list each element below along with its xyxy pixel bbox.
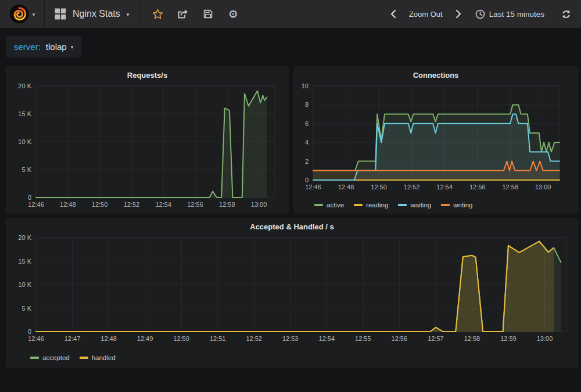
svg-text:12:47: 12:47	[64, 335, 81, 342]
legend-color-dash	[398, 204, 407, 206]
svg-text:2: 2	[305, 158, 309, 165]
svg-text:12:56: 12:56	[392, 335, 408, 342]
share-button[interactable]	[177, 7, 189, 21]
svg-text:6: 6	[305, 120, 309, 127]
svg-text:12:46: 12:46	[28, 201, 44, 208]
time-controls: Zoom Out Last 15 minutes	[388, 0, 581, 28]
panel-connections: Connections 024681012:4612:4812:5012:521…	[293, 66, 578, 214]
svg-text:4: 4	[305, 139, 309, 146]
legend-label: waiting	[410, 202, 431, 208]
svg-text:12:58: 12:58	[464, 335, 480, 342]
legend-label: active	[327, 202, 344, 208]
svg-text:13:00: 13:00	[251, 201, 267, 208]
main-menu-button[interactable]: ▾	[0, 0, 45, 28]
grafana-logo-icon	[9, 4, 29, 24]
gear-icon: ⚙	[228, 9, 238, 20]
svg-text:12:58: 12:58	[219, 201, 235, 208]
svg-text:12:51: 12:51	[210, 335, 226, 342]
connections-chart[interactable]: 024681012:4612:4812:5012:5212:5412:5612:…	[297, 81, 575, 193]
svg-text:10: 10	[302, 82, 309, 89]
svg-text:5 K: 5 K	[21, 305, 31, 312]
accepted-handled-chart[interactable]: 05 K10 K15 K20 K12:4612:4712:4812:4912:5…	[9, 233, 575, 344]
svg-text:12:58: 12:58	[502, 184, 518, 190]
svg-text:12:50: 12:50	[173, 335, 189, 342]
dashboard-actions: ⚙	[139, 0, 239, 28]
svg-text:0: 0	[28, 328, 31, 335]
save-button[interactable]	[202, 7, 214, 21]
svg-text:15 K: 15 K	[18, 110, 31, 117]
panel-title-requests[interactable]: Requests/s	[6, 66, 289, 81]
legend-color-dash	[80, 357, 88, 359]
caret-down-icon: ▾	[71, 45, 74, 50]
panel-requests: Requests/s 05 K10 K15 K20 K12:4612:4812:…	[6, 66, 289, 214]
clock-icon	[475, 9, 485, 19]
grafana-app: ▾ Nginx Stats ▾	[0, 0, 581, 392]
svg-text:12:48: 12:48	[101, 335, 117, 342]
panel-title-accepted-handled[interactable]: Accepted & Handled / s	[6, 218, 578, 233]
settings-button[interactable]: ⚙	[227, 7, 239, 21]
svg-text:0: 0	[305, 177, 309, 184]
navbar: ▾ Nginx Stats ▾	[0, 0, 581, 28]
server-variable-value: tlolap	[46, 42, 67, 52]
svg-text:12:54: 12:54	[155, 201, 171, 208]
svg-text:12:46: 12:46	[28, 335, 44, 342]
svg-text:12:57: 12:57	[428, 335, 444, 342]
svg-text:5 K: 5 K	[21, 166, 31, 173]
connections-legend: activereadingwaitingwriting	[314, 202, 472, 208]
svg-text:12:48: 12:48	[60, 201, 76, 208]
time-shift-forward-button[interactable]	[453, 7, 464, 21]
server-variable-label: server:	[14, 42, 41, 52]
svg-text:20 K: 20 K	[18, 82, 31, 89]
svg-text:15 K: 15 K	[18, 258, 31, 265]
refresh-button[interactable]	[560, 7, 572, 21]
panel-title-connections[interactable]: Connections	[293, 66, 578, 81]
svg-text:10 K: 10 K	[18, 281, 31, 288]
time-shift-back-button[interactable]	[388, 7, 399, 21]
accepted-handled-legend: acceptedhandled	[30, 354, 116, 361]
dashboards-grid-icon	[55, 8, 66, 20]
svg-text:0: 0	[28, 194, 31, 201]
refresh-icon	[561, 9, 571, 19]
time-range-picker[interactable]: Last 15 minutes	[471, 9, 549, 19]
star-icon	[152, 9, 163, 20]
svg-text:13:00: 13:00	[537, 335, 553, 342]
svg-text:12:52: 12:52	[404, 184, 420, 190]
legend-label: reading	[366, 202, 388, 208]
dashboard-title: Nginx Stats	[73, 9, 120, 19]
dashboard-picker[interactable]: Nginx Stats ▾	[45, 0, 139, 28]
svg-text:12:53: 12:53	[282, 335, 299, 342]
svg-text:12:56: 12:56	[469, 184, 486, 190]
svg-text:12:54: 12:54	[436, 184, 453, 190]
legend-color-dash	[441, 204, 450, 206]
legend-item-reading[interactable]: reading	[354, 202, 388, 208]
save-icon	[203, 9, 213, 19]
legend-item-waiting[interactable]: waiting	[398, 202, 431, 208]
svg-text:12:56: 12:56	[187, 201, 203, 208]
svg-text:12:54: 12:54	[319, 335, 335, 342]
legend-item-handled[interactable]: handled	[80, 354, 116, 361]
legend-item-accepted[interactable]: accepted	[30, 354, 70, 361]
svg-text:10 K: 10 K	[18, 138, 31, 145]
requests-chart[interactable]: 05 K10 K15 K20 K12:4612:4812:5012:5212:5…	[9, 81, 285, 210]
legend-color-dash	[354, 204, 363, 206]
svg-text:12:50: 12:50	[92, 201, 108, 208]
caret-down-icon: ▾	[127, 12, 130, 17]
svg-text:12:52: 12:52	[246, 335, 262, 342]
svg-text:13:00: 13:00	[535, 184, 551, 190]
chevron-left-icon	[390, 9, 397, 19]
star-button[interactable]	[152, 7, 163, 21]
zoom-out-button[interactable]: Zoom Out	[406, 10, 446, 19]
legend-label: handled	[92, 354, 116, 361]
share-icon	[177, 8, 189, 20]
legend-color-dash	[314, 204, 323, 206]
svg-text:12:48: 12:48	[338, 184, 354, 190]
svg-text:12:55: 12:55	[355, 335, 371, 342]
legend-label: writing	[453, 202, 472, 208]
server-variable-dropdown[interactable]: tlolap ▾	[46, 42, 73, 52]
legend-item-active[interactable]: active	[314, 202, 344, 208]
svg-text:12:52: 12:52	[124, 201, 140, 208]
svg-text:12:59: 12:59	[500, 335, 517, 342]
caret-down-icon: ▾	[33, 12, 35, 17]
legend-item-writing[interactable]: writing	[441, 202, 472, 208]
svg-text:12:50: 12:50	[371, 184, 387, 190]
